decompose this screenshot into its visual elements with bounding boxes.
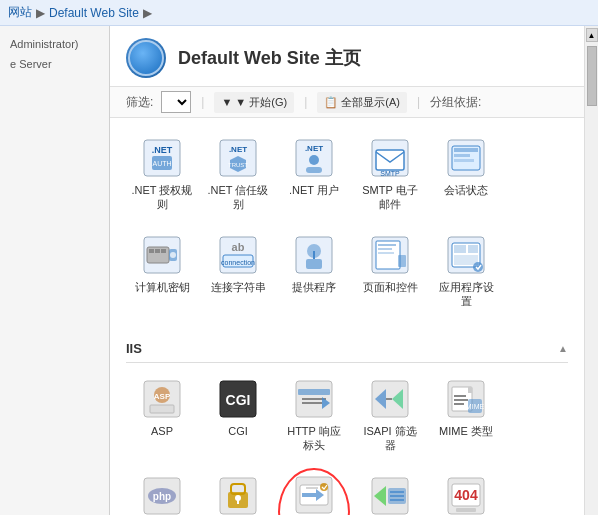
- content-area[interactable]: Default Web Site 主页 筛选: | ▼ ▼ 开始(G) | 📋 …: [110, 26, 584, 515]
- scrollbar-up[interactable]: ▲: [586, 28, 598, 42]
- cgi-icon: CGI: [218, 379, 258, 419]
- http-label: HTTP 响应标头: [283, 424, 345, 453]
- mime-icon: MIME: [446, 379, 486, 419]
- svg-point-25: [170, 252, 176, 258]
- machinekey-icon: [142, 235, 182, 275]
- svg-rect-49: [150, 405, 174, 413]
- breadcrumb-item-website[interactable]: Default Web Site: [49, 6, 139, 20]
- icon-item-ssl[interactable]: SSL 设置: [202, 468, 274, 515]
- breadcrumb-item-site[interactable]: 网站: [8, 4, 32, 21]
- iis-section: IIS ▲ ASP ASP: [110, 327, 584, 515]
- svg-rect-43: [468, 245, 478, 253]
- connstr-icon: ab connection: [218, 235, 258, 275]
- filter-select[interactable]: [161, 91, 191, 113]
- icon-item-machinekey[interactable]: 计算机密钥: [126, 227, 198, 316]
- iis-section-collapse[interactable]: ▲: [558, 343, 568, 354]
- group-label: 分组依据:: [430, 94, 481, 111]
- start-label: ▼ 开始(G): [235, 95, 287, 110]
- svg-rect-23: [161, 249, 166, 253]
- sidebar-user-label: Administrator): [10, 38, 99, 50]
- svg-rect-22: [155, 249, 160, 253]
- icon-item-cgi[interactable]: CGI CGI: [202, 371, 274, 460]
- http-icon: [294, 379, 334, 419]
- svg-rect-72: [237, 500, 239, 504]
- toolbar-separator-1: |: [201, 95, 204, 109]
- svg-text:.NET: .NET: [152, 145, 173, 155]
- net-user-icon: .NET: [294, 138, 334, 178]
- page-title: Default Web Site 主页: [178, 46, 361, 70]
- svg-rect-39: [398, 255, 406, 267]
- icon-item-error[interactable]: 404 错误页: [430, 468, 502, 515]
- icon-item-net-auth[interactable]: .NET AUTH .NET 授权规则: [126, 130, 198, 219]
- show-all-button[interactable]: 📋 全部显示(A): [317, 92, 407, 113]
- appset-icon: [446, 235, 486, 275]
- asp-label: ASP: [151, 424, 173, 438]
- net-trust-icon: .NET TRUST: [218, 138, 258, 178]
- icon-item-url[interactable]: URL 重写: [278, 468, 350, 515]
- svg-text:CGI: CGI: [226, 392, 251, 408]
- svg-text:404: 404: [454, 487, 478, 503]
- provider-label: 提供程序: [292, 280, 336, 294]
- svg-rect-53: [298, 389, 330, 395]
- icon-item-provider[interactable]: 提供程序: [278, 227, 350, 316]
- machinekey-label: 计算机密钥: [135, 280, 190, 294]
- net-auth-icon: .NET AUTH: [142, 138, 182, 178]
- svg-rect-37: [378, 248, 392, 250]
- svg-text:.NET: .NET: [229, 145, 247, 154]
- isapi-label: ISAPI 筛选器: [359, 424, 421, 453]
- sidebar-server-item: e Server: [4, 54, 105, 74]
- svg-text:connection: connection: [221, 259, 255, 266]
- error-icon: 404: [446, 476, 486, 515]
- icon-item-pages[interactable]: 页面和控件: [354, 227, 426, 316]
- svg-text:ASP: ASP: [154, 392, 171, 401]
- svg-text:AUTH: AUTH: [152, 160, 171, 167]
- toolbar: 筛选: | ▼ ▼ 开始(G) | 📋 全部显示(A) | 分组依据:: [110, 87, 584, 118]
- icon-item-handler[interactable]: 处理程序映射: [354, 468, 426, 515]
- icon-item-net-user[interactable]: .NET .NET 用户: [278, 130, 350, 219]
- svg-rect-61: [454, 399, 468, 401]
- icon-item-isapi[interactable]: ISAPI 筛选器: [354, 371, 426, 460]
- icon-item-asp[interactable]: ASP ASP: [126, 371, 198, 460]
- scrollbar[interactable]: ▲: [584, 26, 598, 515]
- svg-rect-38: [378, 252, 394, 254]
- isapi-icon: [370, 379, 410, 419]
- asp-icon: ASP: [142, 379, 182, 419]
- icon-item-appset[interactable]: 应用程序设置: [430, 227, 502, 316]
- show-all-icon: 📋: [324, 96, 338, 109]
- icon-item-php[interactable]: php PHP Manager: [126, 468, 198, 515]
- svg-rect-17: [454, 154, 470, 157]
- icon-item-smtp[interactable]: SMTP SMTP 电子邮件: [354, 130, 426, 219]
- svg-rect-32: [306, 259, 322, 269]
- pages-icon: [370, 235, 410, 275]
- session-label: 会话状态: [444, 183, 488, 197]
- filter-label: 筛选:: [126, 94, 153, 111]
- url-rewrite-icon: [294, 475, 334, 515]
- icon-item-http[interactable]: HTTP 响应标头: [278, 371, 350, 460]
- start-button[interactable]: ▼ ▼ 开始(G): [214, 92, 294, 113]
- svg-rect-21: [149, 249, 154, 253]
- net-trust-label: .NET 信任级别: [207, 183, 269, 212]
- icon-item-net-trust[interactable]: .NET TRUST .NET 信任级别: [202, 130, 274, 219]
- breadcrumb-separator-1: ▶: [36, 6, 45, 20]
- sidebar: Administrator) e Server: [0, 26, 110, 515]
- connstr-label: 连接字符串: [211, 280, 266, 294]
- net-user-label: .NET 用户: [289, 183, 339, 197]
- start-icon: ▼: [221, 96, 232, 108]
- aspnet-section: .NET AUTH .NET 授权规则 .NET TRU: [110, 118, 584, 327]
- breadcrumb-separator-2: ▶: [143, 6, 152, 20]
- session-icon: [446, 138, 486, 178]
- toolbar-separator-3: |: [417, 95, 420, 109]
- scrollbar-thumb[interactable]: [587, 46, 597, 106]
- svg-rect-18: [454, 159, 474, 162]
- svg-text:ab: ab: [232, 241, 245, 253]
- svg-rect-16: [454, 148, 478, 152]
- handler-icon: [370, 476, 410, 515]
- svg-rect-86: [456, 508, 476, 512]
- icon-item-session[interactable]: 会话状态: [430, 130, 502, 219]
- icon-item-mime[interactable]: MIME MIME 类型: [430, 371, 502, 460]
- toolbar-separator-2: |: [304, 95, 307, 109]
- cgi-label: CGI: [228, 424, 248, 438]
- icon-item-connstr[interactable]: ab connection 连接字符串: [202, 227, 274, 316]
- iis-icons-grid: ASP ASP CGI CGI: [126, 367, 568, 464]
- svg-rect-62: [454, 403, 464, 405]
